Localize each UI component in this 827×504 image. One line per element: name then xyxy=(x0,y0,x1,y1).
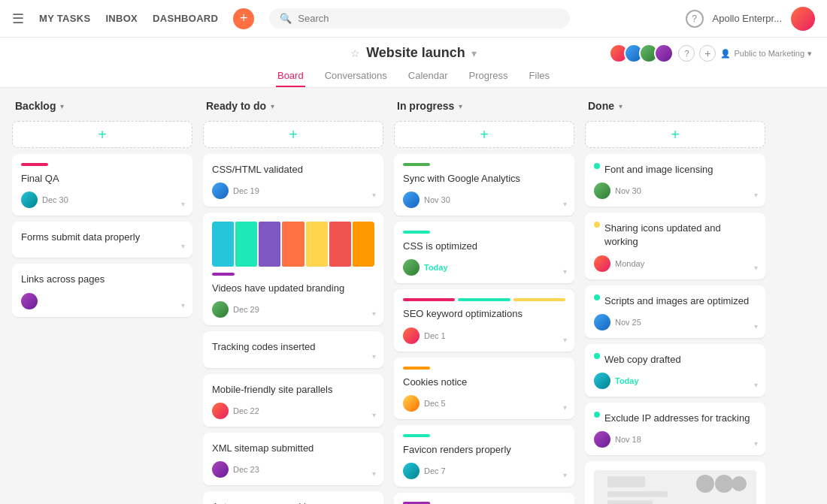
card-expand-icon[interactable]: ▾ xyxy=(754,191,758,199)
card-expand-icon[interactable]: ▾ xyxy=(181,242,185,250)
done-add-button[interactable]: + xyxy=(585,121,765,148)
dropdown-icon[interactable]: ▾ xyxy=(471,47,477,59)
card-color-bar xyxy=(403,163,430,166)
card-footer: Nov 30 xyxy=(403,192,565,208)
hamburger-icon[interactable]: ☰ xyxy=(12,11,24,27)
card-videos-branding[interactable]: Videos have updated branding Dec 29 ▾ xyxy=(203,213,383,325)
inbox-link[interactable]: INBOX xyxy=(105,13,138,24)
column-done: Done ▾ + Font and image licensing Nov 30… xyxy=(585,100,765,504)
column-inprogress: In progress ▾ + Sync with Google Analyti… xyxy=(394,100,574,504)
header-add-button[interactable]: + xyxy=(699,45,716,62)
card-exclude-ip[interactable]: Exclude IP addresses for tracking Nov 18… xyxy=(585,403,765,455)
tab-board[interactable]: Board xyxy=(276,65,305,87)
board-area: Backlog ▾ + Final QA Dec 30 ▾ Forms sub xyxy=(0,88,827,504)
card-expand-icon[interactable]: ▾ xyxy=(372,411,376,419)
svg-point-5 xyxy=(732,476,747,491)
status-dot xyxy=(594,294,600,300)
card-links-pages[interactable]: Links across pages ▾ xyxy=(12,264,192,316)
svg-point-4 xyxy=(715,475,733,493)
user-avatar[interactable] xyxy=(791,7,815,31)
backlog-cards: Final QA Dec 30 ▾ Forms submit data prop… xyxy=(12,154,192,504)
ready-chevron-icon[interactable]: ▾ xyxy=(271,102,274,110)
card-expand-icon[interactable]: ▾ xyxy=(372,191,376,199)
card-expand-icon[interactable]: ▾ xyxy=(372,352,376,361)
card-sync-ga[interactable]: Sync with Google Analytics Nov 30 ▾ xyxy=(394,154,574,216)
card-expand-icon[interactable]: ▾ xyxy=(372,309,376,318)
card-expand-icon[interactable]: ▾ xyxy=(181,200,185,208)
card-cookies-notice[interactable]: Cookies notice Dec 5 ▾ xyxy=(394,358,574,419)
inprogress-chevron-icon[interactable]: ▾ xyxy=(459,102,462,110)
card-forms-submit[interactable]: Forms submit data properly ▾ xyxy=(12,222,192,258)
card-avatar xyxy=(403,259,420,276)
public-badge[interactable]: 👤 Public to Marketing ▾ xyxy=(720,49,812,59)
card-expand-icon[interactable]: ▾ xyxy=(754,439,758,448)
card-color-bar xyxy=(403,434,430,437)
help-button[interactable]: ? xyxy=(686,10,704,28)
search-icon: 🔍 xyxy=(280,13,292,24)
card-done-thumb[interactable] xyxy=(585,461,765,504)
card-avatar xyxy=(594,373,610,389)
inprogress-add-button[interactable]: + xyxy=(394,121,574,148)
card-expand-icon[interactable]: ▾ xyxy=(563,336,567,344)
column-ready-header: Ready to do ▾ xyxy=(203,100,383,115)
card-title: Sync with Google Analytics xyxy=(403,172,565,186)
card-expand-icon[interactable]: ▾ xyxy=(372,469,376,478)
search-input[interactable] xyxy=(298,13,559,24)
card-title: Web copy drafted xyxy=(604,353,756,367)
org-name[interactable]: Apollo Enterpr... xyxy=(713,13,783,24)
ready-add-button[interactable]: + xyxy=(203,121,383,148)
done-chevron-icon[interactable]: ▾ xyxy=(619,102,623,110)
tab-calendar[interactable]: Calendar xyxy=(407,65,450,87)
card-tracking-codes[interactable]: Tracking codes inserted ▾ xyxy=(203,331,383,367)
search-bar[interactable]: 🔍 xyxy=(269,8,570,29)
card-expand-icon[interactable]: ▾ xyxy=(754,322,758,330)
tab-conversations[interactable]: Conversations xyxy=(323,65,389,87)
card-final-qa[interactable]: Final QA Dec 30 ▾ xyxy=(12,154,192,216)
card-footer: Dec 7 xyxy=(403,463,565,479)
card-web-copy-drafted[interactable]: Web copy drafted Today ▾ xyxy=(585,344,765,397)
card-color-bar xyxy=(21,163,48,166)
card-favicon[interactable]: Favicon renders properly Dec 7 ▾ xyxy=(394,425,574,487)
dashboard-link[interactable]: DASHBOARD xyxy=(153,13,218,24)
card-title: Links across pages xyxy=(21,273,183,286)
card-mobile-friendly[interactable]: Mobile-friendly site parallels Dec 22 ▾ xyxy=(203,374,383,427)
project-title[interactable]: Website launch xyxy=(366,45,465,61)
backlog-add-button[interactable]: + xyxy=(12,121,192,148)
my-tasks-link[interactable]: MY TASKS xyxy=(39,13,90,24)
card-bars xyxy=(403,298,565,301)
column-backlog-title: Backlog xyxy=(15,100,56,112)
card-scripts-images[interactable]: Scripts and images are optimized Nov 25 … xyxy=(585,285,765,338)
card-expand-icon[interactable]: ▾ xyxy=(563,471,567,479)
column-inprogress-title: In progress xyxy=(397,100,454,112)
card-css-html[interactable]: CSS/HTML validated Dec 19 ▾ xyxy=(203,154,383,207)
card-xml-sitemap[interactable]: XML sitemap submitted Dec 23 ▾ xyxy=(203,433,383,485)
card-sharing-icons[interactable]: Sharing icons updated and working Monday… xyxy=(585,213,765,279)
card-expand-icon[interactable]: ▾ xyxy=(181,301,185,309)
card-seo-keywords[interactable]: SEO keyword optimizations Dec 1 ▾ xyxy=(394,289,574,351)
member-avatars xyxy=(609,44,674,63)
header-help-icon[interactable]: ? xyxy=(678,45,695,62)
card-auto-responses[interactable]: Auto-responses working Dec 28 ▾ xyxy=(203,491,383,504)
tab-files[interactable]: Files xyxy=(528,65,551,87)
backlog-chevron-icon[interactable]: ▾ xyxy=(60,102,64,110)
card-expand-icon[interactable]: ▾ xyxy=(754,381,758,389)
card-expand-icon[interactable]: ▾ xyxy=(563,200,567,208)
tab-progress[interactable]: Progress xyxy=(468,65,510,87)
card-expand-icon[interactable]: ▾ xyxy=(563,267,567,276)
card-title: Auto-responses working xyxy=(212,500,374,504)
card-date: Nov 25 xyxy=(615,318,641,327)
card-footer: Dec 29 xyxy=(212,301,374,318)
card-date: Dec 22 xyxy=(233,406,259,415)
thumb-block-1 xyxy=(212,222,234,267)
member-avatar-4[interactable] xyxy=(654,44,674,63)
svg-point-3 xyxy=(696,475,714,493)
card-footer: Dec 5 xyxy=(403,395,565,412)
card-font-licensing[interactable]: Font and image licensing Nov 30 ▾ xyxy=(585,154,765,207)
card-css-optimized[interactable]: CSS is optimized Today ▾ xyxy=(394,222,574,283)
card-web-copy-reviewed[interactable]: Web copy reviewed Dec 9 ▾ xyxy=(394,493,574,504)
top-nav: ☰ MY TASKS INBOX DASHBOARD + 🔍 ? Apollo … xyxy=(0,0,827,38)
card-expand-icon[interactable]: ▾ xyxy=(754,264,758,272)
card-expand-icon[interactable]: ▾ xyxy=(563,403,567,412)
create-button[interactable]: + xyxy=(233,8,254,29)
card-date: Dec 29 xyxy=(233,305,259,314)
